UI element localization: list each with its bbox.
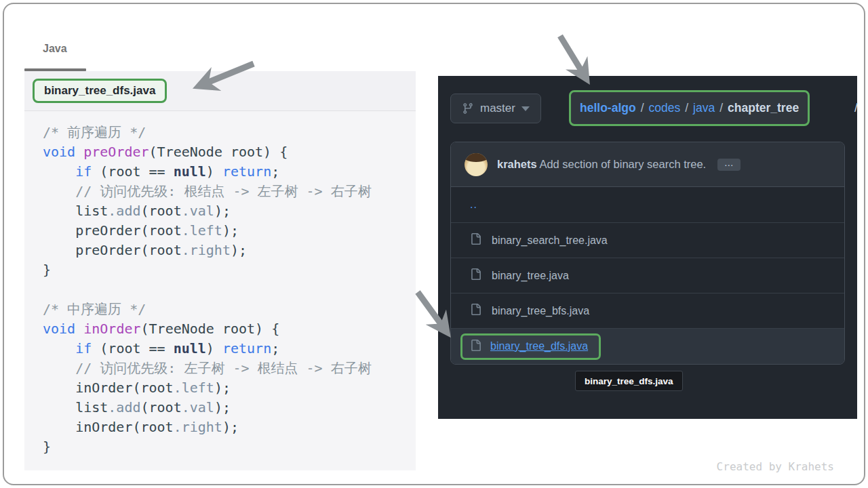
file-icon [470, 340, 481, 354]
breadcrumb-trailing-slash: / [854, 101, 858, 115]
parent-directory-link[interactable]: .. [470, 199, 477, 211]
file-highlight-box: binary_tree_dfs.java [460, 333, 601, 360]
code-line: /* 前序遍历 */ [43, 123, 416, 142]
file-icon [470, 304, 481, 318]
breadcrumb-segment-hello-algo[interactable]: hello-algo [580, 101, 636, 115]
file-row[interactable]: binary_tree_dfs.java [451, 328, 844, 364]
code-line: if (root == null) return; [43, 339, 416, 359]
code-line: inOrder(root.right); [43, 418, 416, 437]
branch-selector-button[interactable]: master [450, 94, 541, 123]
code-line: list.add(root.val); [43, 201, 416, 221]
commit-more-button[interactable]: … [717, 159, 741, 171]
git-branch-icon [462, 102, 474, 115]
breadcrumb-separator: / [636, 101, 649, 115]
branch-name: master [480, 102, 515, 115]
filename-tooltip: binary_tree_dfs.java [575, 371, 683, 391]
commit-message[interactable]: Add section of binary search tree. [539, 158, 706, 170]
code-line: void preOrder(TreeNode root) { [43, 142, 416, 162]
code-block: /* 中序遍历 */void inOrder(TreeNode root) { … [43, 300, 416, 457]
code-viewer: binary_tree_dfs.java /* 前序遍历 */void preO… [24, 71, 416, 470]
avatar[interactable] [465, 153, 488, 176]
file-icon [470, 268, 481, 283]
latest-commit-row: krahets Add section of binary search tre… [451, 142, 844, 187]
file-link-binary_tree.java[interactable]: binary_tree.java [492, 270, 569, 282]
file-title-highlight-box: binary_tree_dfs.java [33, 79, 167, 103]
code-content: /* 前序遍历 */void preOrder(TreeNode root) {… [24, 111, 416, 457]
code-line: preOrder(root.left); [43, 221, 416, 241]
screenshot-card: Java binary_tree_dfs.java /* 前序遍历 */void… [3, 3, 865, 485]
code-line: } [43, 437, 416, 457]
code-line: /* 中序遍历 */ [43, 300, 416, 319]
credit-text: Created by Krahets [717, 460, 834, 473]
breadcrumb-segment-codes[interactable]: codes [649, 101, 681, 115]
code-line: inOrder(root.left); [43, 378, 416, 398]
code-line: preOrder(root.right); [43, 241, 416, 260]
file-link-binary_search_tree.java[interactable]: binary_search_tree.java [492, 235, 608, 247]
github-file-browser: master hello-algo/codes/java/chapter_tre… [438, 76, 857, 419]
code-line: void inOrder(TreeNode root) { [43, 319, 416, 339]
file-link-binary_tree_bfs.java[interactable]: binary_tree_bfs.java [492, 305, 589, 317]
arrow-to-breadcrumb [560, 36, 585, 76]
file-row[interactable]: binary_tree_bfs.java [451, 293, 844, 328]
file-row[interactable]: binary_search_tree.java [451, 222, 844, 258]
code-line: // 访问优先级: 根结点 -> 左子树 -> 右子树 [43, 182, 416, 201]
file-table: krahets Add section of binary search tre… [450, 142, 845, 365]
code-line: // 访问优先级: 左子树 -> 根结点 -> 右子树 [43, 359, 416, 378]
code-line: } [43, 260, 416, 280]
commit-message-line: krahets Add section of binary search tre… [497, 158, 741, 171]
code-line: list.add(root.val); [43, 398, 416, 418]
code-line: if (root == null) return; [43, 162, 416, 182]
code-block: /* 前序遍历 */void preOrder(TreeNode root) {… [43, 123, 416, 280]
breadcrumb-highlight-box: hello-algo/codes/java/chapter_tree [569, 90, 810, 126]
code-file-header: binary_tree_dfs.java [24, 71, 416, 111]
breadcrumb-segment-chapter_tree: chapter_tree [728, 101, 799, 115]
file-row[interactable]: .. [451, 187, 844, 222]
tab-java[interactable]: Java [43, 43, 67, 55]
breadcrumb-separator: / [680, 101, 693, 115]
file-link-binary_tree_dfs.java[interactable]: binary_tree_dfs.java [490, 340, 588, 352]
file-row[interactable]: binary_tree.java [451, 258, 844, 293]
commit-author-link[interactable]: krahets [497, 158, 537, 170]
breadcrumb-segment-java[interactable]: java [693, 101, 715, 115]
chevron-down-icon [521, 106, 530, 111]
file-icon [470, 233, 481, 247]
breadcrumb-separator: / [715, 101, 728, 115]
